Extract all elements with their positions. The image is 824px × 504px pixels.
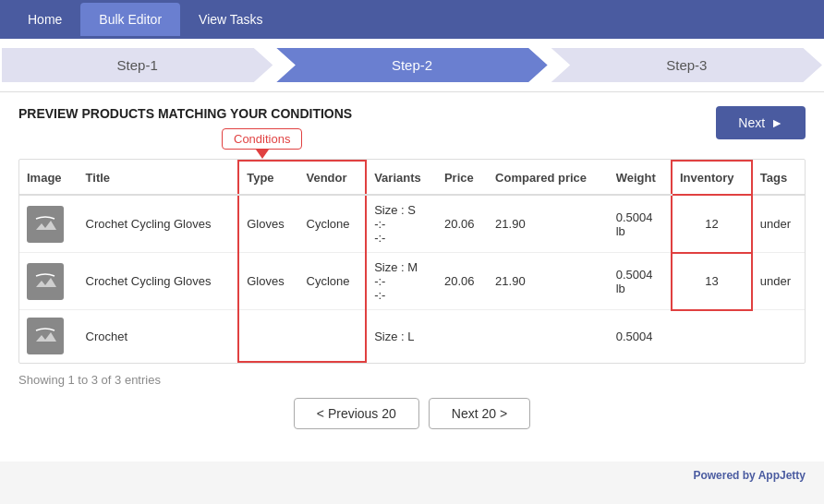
col-type-cell: Gloves (238, 253, 298, 310)
col-variants-cell: Size : M-:--:- (366, 253, 437, 310)
table-row: Crochet Cycling GlovesGlovesCycloneSize … (19, 195, 805, 253)
footer: Powered by AppJetty (0, 462, 824, 489)
steps-bar: Step-1 Step-2 Step-3 (0, 39, 824, 92)
step-3[interactable]: Step-3 (551, 48, 822, 82)
col-compared-price-cell: 21.90 (488, 253, 609, 310)
col-weight-cell: 0.5004 (609, 310, 672, 363)
footer-text: Powered by (693, 469, 757, 482)
col-price-header: Price (437, 161, 488, 195)
annotation-container: Conditions (18, 128, 352, 150)
conditions-pointer (256, 150, 269, 159)
products-table-wrapper: Image Title Type Vendor Variants Price C… (18, 159, 806, 364)
col-variants-header: Variants (366, 161, 437, 195)
col-tags-header: Tags (752, 161, 805, 195)
col-tags-cell: under (752, 253, 805, 310)
next-button-label: Next (738, 115, 765, 130)
col-inventory-cell: 12 (672, 195, 752, 253)
products-table: Image Title Type Vendor Variants Price C… (19, 160, 805, 363)
col-title-cell: Crochet (79, 310, 239, 363)
col-image-header: Image (19, 161, 79, 195)
col-vendor-cell: Cyclone (299, 253, 367, 310)
col-type-cell: Gloves (238, 195, 298, 253)
col-inventory-header: Inventory (672, 161, 752, 195)
product-image (27, 263, 64, 300)
col-image-cell (19, 195, 79, 253)
col-inventory-cell (672, 310, 752, 363)
col-image-cell (19, 253, 79, 310)
col-compared-price-header: Compared price (488, 161, 609, 195)
col-weight-header: Weight (609, 161, 672, 195)
nav-bulk-editor[interactable]: Bulk Editor (80, 3, 180, 36)
product-image (27, 318, 64, 354)
step-2[interactable]: Step-2 (276, 48, 547, 82)
showing-text: Showing 1 to 3 of 3 entries (18, 373, 806, 387)
table-row: Crochet Cycling GlovesGlovesCycloneSize … (19, 253, 805, 310)
next-arrow-icon: ► (770, 115, 783, 130)
col-image-cell (19, 310, 79, 363)
col-title-cell: Crochet Cycling Gloves (79, 195, 239, 253)
top-nav: Home Bulk Editor View Tasks (0, 0, 824, 39)
col-type-header: Type (238, 161, 298, 195)
pagination: < Previous 20 Next 20 > (18, 398, 806, 429)
col-weight-cell: 0.5004lb (609, 195, 672, 253)
product-image (27, 206, 64, 243)
col-compared-price-cell (488, 310, 609, 363)
col-weight-cell: 0.5004lb (609, 253, 672, 310)
table-body: Crochet Cycling GlovesGlovesCycloneSize … (19, 195, 805, 362)
prev-page-button[interactable]: < Previous 20 (294, 398, 419, 429)
next-page-button[interactable]: Next 20 > (429, 398, 530, 429)
nav-home[interactable]: Home (9, 3, 80, 36)
left-header: PREVIEW PRODUCTS MATCHING YOUR CONDITION… (18, 106, 352, 150)
col-inventory-cell: 13 (672, 253, 752, 310)
col-compared-price-cell: 21.90 (488, 195, 609, 253)
next-button[interactable]: Next ► (716, 106, 806, 139)
header-row: PREVIEW PRODUCTS MATCHING YOUR CONDITION… (18, 106, 806, 150)
col-title-header: Title (79, 161, 239, 195)
table-header-row: Image Title Type Vendor Variants Price C… (19, 161, 805, 195)
col-tags-cell (752, 310, 805, 363)
col-vendor-cell (299, 310, 367, 363)
main-content: PREVIEW PRODUCTS MATCHING YOUR CONDITION… (0, 92, 824, 462)
col-variants-cell: Size : S-:--:- (366, 195, 437, 253)
col-price-cell: 20.06 (437, 195, 488, 253)
table-row: CrochetSize : L0.5004 (19, 310, 805, 363)
col-tags-cell: under (752, 195, 805, 253)
col-type-cell (238, 310, 298, 363)
preview-title: PREVIEW PRODUCTS MATCHING YOUR CONDITION… (18, 106, 352, 121)
col-price-cell: 20.06 (437, 253, 488, 310)
nav-view-tasks[interactable]: View Tasks (180, 3, 282, 36)
col-vendor-cell: Cyclone (299, 195, 367, 253)
col-variants-cell: Size : L (366, 310, 437, 363)
col-price-cell (437, 310, 488, 363)
col-title-cell: Crochet Cycling Gloves (79, 253, 239, 310)
step-1[interactable]: Step-1 (2, 48, 273, 82)
footer-brand: AppJetty (758, 469, 806, 482)
col-vendor-header: Vendor (299, 161, 367, 195)
conditions-bubble[interactable]: Conditions (222, 128, 302, 150)
